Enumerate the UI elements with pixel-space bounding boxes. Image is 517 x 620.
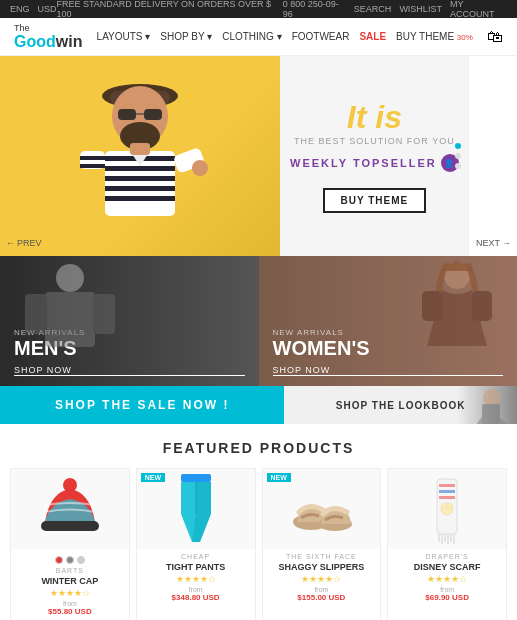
scarf-svg	[417, 474, 477, 544]
svg-point-20	[56, 264, 84, 292]
product-name-2: TIGHT PANTS	[141, 562, 251, 572]
hat-svg	[35, 477, 105, 542]
hero-dot-1[interactable]	[455, 143, 461, 149]
hero-text: It is THE BEST SOLUTION FOR YOU WEEKLY T…	[280, 56, 469, 256]
svg-rect-26	[472, 291, 492, 321]
product-price-4: $69.90 USD	[392, 593, 502, 602]
sale-banners: SHOP THE SALE NOW ! SHOP THE LOOKBOOK	[0, 386, 517, 424]
mens-category[interactable]: NEW ARRIVALS MEN'S SHOP NOW	[0, 256, 259, 386]
svg-rect-11	[105, 186, 175, 191]
svg-rect-16	[80, 164, 105, 168]
product-card-4[interactable]: DRAPER'S DISNEY SCARF ★★★★☆ from $69.90 …	[387, 468, 507, 620]
product-name-4: DISNEY SCARF	[392, 562, 502, 572]
nav-footwear[interactable]: FOOTWEAR	[292, 31, 350, 42]
svg-rect-22	[25, 294, 47, 334]
svg-rect-28	[482, 404, 500, 424]
svg-rect-5	[144, 109, 162, 120]
svg-rect-38	[439, 496, 455, 499]
svg-rect-10	[105, 176, 175, 181]
buy-theme-button[interactable]: BUY THEME	[323, 188, 427, 213]
product-stars-4: ★★★★☆	[392, 574, 502, 584]
nav-shop-by[interactable]: SHOP BY ▾	[160, 31, 212, 42]
product-price-3: $155.00 USD	[267, 593, 377, 602]
hero-prev-button[interactable]: ← PREV	[6, 238, 42, 248]
nav-buy-theme[interactable]: BUY THEME 30%	[396, 31, 473, 42]
lang-selector[interactable]: ENG	[10, 4, 30, 14]
featured-title: FEATURED PRODUCTS	[10, 440, 507, 456]
svg-rect-12	[105, 196, 175, 201]
womens-bg: NEW ARRIVALS WOMEN'S SHOP NOW	[259, 256, 518, 386]
svg-rect-19	[130, 143, 150, 155]
search-link[interactable]: SEARCH	[354, 4, 392, 14]
hero-next-button[interactable]: NEXT →	[476, 238, 511, 248]
header: The Goodwin LAYOUTS ▾ SHOP BY ▾ CLOTHING…	[0, 18, 517, 56]
product-vendor-3: THE SIXTH FACE	[267, 553, 377, 560]
cart-icon[interactable]: 🛍	[487, 28, 503, 46]
hero-subtitle: THE BEST SOLUTION FOR YOU	[294, 136, 455, 146]
account-link[interactable]: MY ACCOUNT	[450, 0, 507, 19]
weekly-topseller: WEEKLY TOPSELLER 👤	[290, 154, 459, 172]
hero-headline: It is	[347, 99, 402, 136]
product-info-4: DRAPER'S DISNEY SCARF ★★★★☆ from $69.90 …	[388, 549, 506, 608]
womens-category[interactable]: NEW ARRIVALS WOMEN'S SHOP NOW	[259, 256, 518, 386]
svg-rect-21	[45, 292, 95, 347]
svg-rect-15	[80, 156, 105, 160]
product-vendor-4: DRAPER'S	[392, 553, 502, 560]
products-grid: BARTS WINTER CAP ★★★★☆ from $55.80 USD N…	[10, 468, 507, 620]
swatch-red[interactable]	[55, 556, 63, 564]
wishlist-link[interactable]: WISHLIST	[399, 4, 442, 14]
product-vendor-1: BARTS	[15, 567, 125, 574]
svg-point-18	[192, 160, 208, 176]
product-card-1[interactable]: BARTS WINTER CAP ★★★★☆ from $55.80 USD	[10, 468, 130, 620]
nav-sale[interactable]: SALE	[359, 31, 386, 42]
hero-image-inner	[0, 56, 280, 256]
logo-the: The	[14, 23, 82, 33]
svg-point-41	[447, 503, 453, 509]
svg-rect-37	[439, 490, 455, 493]
product-stars-2: ★★★★☆	[141, 574, 251, 584]
categories-section: NEW ARRIVALS MEN'S SHOP NOW NEW ARRIVALS…	[0, 256, 517, 386]
hero-dots	[455, 143, 461, 169]
product-info-2: CHEAP TIGHT PANTS ★★★★☆ from $348.80 USD	[137, 549, 255, 608]
color-swatches-1	[15, 556, 125, 564]
hero-section: It is THE BEST SOLUTION FOR YOU WEEKLY T…	[0, 56, 517, 256]
product-card-2[interactable]: NEW CHEAP TIGHT PANTS ★★★★☆ from $348.80…	[136, 468, 256, 620]
nav-layouts[interactable]: LAYOUTS ▾	[97, 31, 151, 42]
logo[interactable]: The Goodwin	[14, 23, 82, 51]
mens-bg: NEW ARRIVALS MEN'S SHOP NOW	[0, 256, 259, 386]
svg-rect-30	[41, 521, 99, 531]
logo-win: win	[56, 33, 83, 50]
pants-svg	[176, 474, 216, 544]
nav-clothing[interactable]: CLOTHING ▾	[222, 31, 281, 42]
product-stars-1: ★★★★☆	[15, 588, 125, 598]
product-stars-3: ★★★★☆	[267, 574, 377, 584]
product-img-2: NEW	[137, 469, 255, 549]
product-badge-2: NEW	[141, 473, 165, 482]
product-img-3: NEW	[263, 469, 381, 549]
product-name-3: SHAGGY SLIPPERS	[267, 562, 377, 572]
swatch-grey[interactable]	[66, 556, 74, 564]
swatch-light[interactable]	[77, 556, 85, 564]
product-badge-3: NEW	[267, 473, 291, 482]
product-price-label-2: from	[141, 586, 251, 593]
product-img-1	[11, 469, 129, 549]
product-price-label-3: from	[267, 586, 377, 593]
lookbook-button[interactable]: SHOP THE LOOKBOOK	[284, 386, 517, 424]
hero: It is THE BEST SOLUTION FOR YOU WEEKLY T…	[0, 56, 469, 256]
product-card-3[interactable]: NEW THE SIXTH FACE S	[262, 468, 382, 620]
mens-silhouette	[10, 256, 130, 384]
hero-dot-3[interactable]	[455, 163, 461, 169]
lookbook-overlay	[457, 386, 517, 424]
svg-rect-23	[93, 294, 115, 334]
currency-selector[interactable]: USD	[38, 4, 57, 14]
product-info-3: THE SIXTH FACE SHAGGY SLIPPERS ★★★★☆ fro…	[263, 549, 381, 608]
product-vendor-2: CHEAP	[141, 553, 251, 560]
hero-dot-2[interactable]	[455, 153, 461, 159]
top-bar-left: ENG USD	[10, 4, 57, 14]
shop-sale-label: SHOP THE SALE NOW !	[55, 398, 229, 412]
svg-rect-36	[439, 484, 455, 487]
shop-sale-button[interactable]: SHOP THE SALE NOW !	[0, 386, 284, 424]
lookbook-label: SHOP THE LOOKBOOK	[336, 400, 466, 411]
logo-good: Good	[14, 33, 56, 50]
top-bar-right: 0 800 250-09-96 SEARCH WISHLIST MY ACCOU…	[283, 0, 507, 19]
